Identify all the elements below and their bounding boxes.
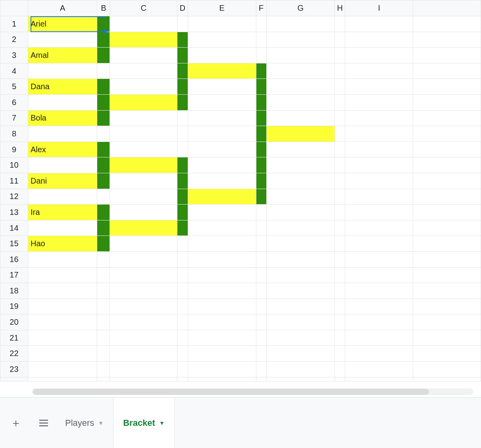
cell[interactable]	[110, 126, 177, 142]
cell[interactable]	[335, 142, 345, 157]
cell[interactable]	[256, 32, 266, 48]
cell[interactable]	[188, 251, 256, 267]
cell[interactable]	[345, 157, 413, 173]
cell[interactable]	[345, 299, 413, 314]
cell[interactable]	[97, 236, 110, 252]
cell[interactable]	[188, 330, 256, 346]
cell[interactable]	[256, 79, 266, 95]
row-header[interactable]: 12	[0, 189, 28, 205]
cell[interactable]	[266, 314, 335, 330]
cell[interactable]	[110, 314, 177, 330]
cell[interactable]	[266, 63, 335, 79]
cell[interactable]: Alex	[28, 142, 97, 157]
cell[interactable]	[177, 48, 188, 63]
cell[interactable]	[110, 267, 177, 283]
cell[interactable]	[335, 362, 345, 377]
cell[interactable]	[177, 16, 188, 32]
cell[interactable]	[256, 16, 266, 32]
cell[interactable]	[345, 236, 413, 252]
cell[interactable]	[256, 157, 266, 173]
horizontal-scrollbar-thumb[interactable]	[33, 389, 429, 395]
cell[interactable]	[97, 346, 110, 362]
row-header[interactable]: 3	[0, 48, 28, 63]
column-header[interactable]: D	[177, 0, 188, 16]
row-header[interactable]: 21	[0, 330, 28, 346]
cell[interactable]	[188, 142, 256, 157]
cell[interactable]	[188, 220, 256, 236]
cell[interactable]	[345, 189, 413, 205]
cell[interactable]	[97, 110, 110, 126]
cell[interactable]	[413, 63, 481, 79]
row-header[interactable]: 17	[0, 267, 28, 283]
cell[interactable]	[345, 283, 413, 299]
cell[interactable]	[335, 314, 345, 330]
cell[interactable]	[335, 173, 345, 189]
cell[interactable]	[256, 314, 266, 330]
cell[interactable]	[335, 189, 345, 205]
cell[interactable]: Hao	[28, 236, 97, 252]
cell[interactable]	[97, 299, 110, 314]
cell[interactable]	[413, 314, 481, 330]
cell[interactable]	[266, 189, 335, 205]
cell[interactable]	[177, 32, 188, 48]
cell[interactable]	[97, 48, 110, 63]
cell[interactable]	[345, 126, 413, 142]
cell[interactable]	[335, 220, 345, 236]
cell[interactable]	[110, 63, 177, 79]
cell[interactable]	[413, 16, 481, 32]
cell[interactable]	[256, 251, 266, 267]
row-header[interactable]: 23	[0, 362, 28, 377]
cell[interactable]	[266, 251, 335, 267]
row-header[interactable]: 11	[0, 173, 28, 189]
cell[interactable]	[413, 110, 481, 126]
cell[interactable]	[413, 142, 481, 157]
cell[interactable]	[413, 126, 481, 142]
cell[interactable]	[188, 205, 256, 220]
column-header[interactable]: E	[188, 0, 256, 16]
cell[interactable]	[413, 236, 481, 252]
column-header[interactable]: B	[97, 0, 110, 16]
cell[interactable]	[110, 32, 177, 48]
cell[interactable]	[110, 330, 177, 346]
cell[interactable]	[345, 32, 413, 48]
cell[interactable]: Ira	[28, 205, 97, 220]
cell[interactable]	[97, 16, 110, 32]
column-header[interactable]: A	[28, 0, 97, 16]
cell[interactable]	[256, 110, 266, 126]
cell[interactable]	[345, 142, 413, 157]
cell[interactable]	[177, 142, 188, 157]
cell[interactable]	[335, 63, 345, 79]
cell[interactable]	[345, 220, 413, 236]
cell[interactable]	[345, 314, 413, 330]
cell[interactable]	[188, 157, 256, 173]
cell[interactable]	[188, 110, 256, 126]
cell[interactable]	[266, 173, 335, 189]
cell[interactable]	[266, 346, 335, 362]
cell[interactable]	[413, 220, 481, 236]
cell[interactable]	[177, 267, 188, 283]
cell[interactable]	[177, 110, 188, 126]
cell[interactable]	[97, 189, 110, 205]
cell[interactable]	[97, 63, 110, 79]
cell[interactable]	[413, 205, 481, 220]
cell[interactable]	[335, 157, 345, 173]
cell[interactable]	[256, 205, 266, 220]
cell[interactable]	[188, 283, 256, 299]
sheet-tab-players[interactable]: Players ▼	[56, 398, 114, 448]
cell[interactable]	[335, 94, 345, 110]
cell[interactable]	[256, 220, 266, 236]
cell[interactable]	[256, 362, 266, 377]
cell[interactable]	[28, 189, 97, 205]
cell[interactable]	[188, 299, 256, 314]
cell[interactable]	[97, 283, 110, 299]
row-header[interactable]: 22	[0, 346, 28, 362]
cell[interactable]	[413, 283, 481, 299]
cell[interactable]	[97, 79, 110, 95]
select-all-cell[interactable]	[0, 0, 28, 16]
cell[interactable]	[97, 94, 110, 110]
cell[interactable]	[177, 330, 188, 346]
row-header[interactable]: 5	[0, 79, 28, 95]
cell[interactable]	[256, 63, 266, 79]
cell[interactable]	[110, 362, 177, 377]
cell[interactable]	[97, 32, 110, 48]
